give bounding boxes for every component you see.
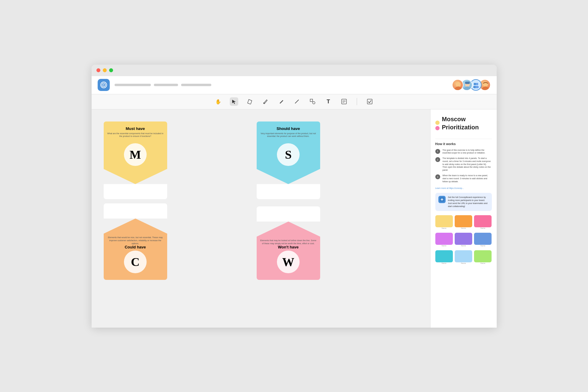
- main-content: Must have What are the essential compone…: [92, 109, 497, 328]
- could-have-arrow-inv: [104, 219, 167, 234]
- promo-icon: [438, 196, 446, 203]
- sticky-col-3: Name: [474, 215, 492, 230]
- sticky-green[interactable]: [474, 250, 492, 262]
- nav-item-3[interactable]: [181, 84, 211, 86]
- could-have-body: [104, 203, 167, 219]
- should-have-body: [257, 184, 320, 199]
- board-grid: Must have What are the essential compone…: [98, 118, 424, 283]
- steps-list: 1 The goal of this exercise is to help d…: [435, 149, 492, 183]
- line-tool[interactable]: [293, 97, 301, 106]
- svg-marker-14: [248, 99, 252, 104]
- sticky-label-9: Name: [474, 262, 492, 264]
- sticky-col-6: Name: [474, 233, 492, 248]
- sticky-label-1: Name: [435, 227, 453, 229]
- could-have-title: Could have: [125, 245, 146, 249]
- step-2: 2 The template is divided into 4 panels.…: [435, 157, 492, 172]
- header-right: [452, 79, 491, 91]
- wont-have-title: Won't have: [278, 245, 299, 249]
- wont-have-desc: Elements that may be looked at further d…: [257, 239, 320, 245]
- sticky-teal[interactable]: [435, 250, 453, 262]
- svg-point-4: [455, 86, 462, 91]
- sticky-col-5: Name: [455, 233, 472, 248]
- eraser-tool[interactable]: [245, 97, 254, 106]
- step-1-num: 1: [435, 149, 440, 154]
- sticky-note-tool[interactable]: [340, 97, 348, 106]
- marker-tool[interactable]: [277, 97, 285, 106]
- must-have-body: [104, 184, 167, 199]
- svg-line-16: [295, 100, 299, 103]
- sticky-label-4: Name: [435, 245, 453, 247]
- sticky-label-3: Name: [474, 227, 492, 229]
- sticky-purple[interactable]: [435, 233, 453, 245]
- step-2-num: 2: [435, 157, 440, 162]
- title-bar: [92, 65, 497, 76]
- wont-have-letter: W: [277, 251, 300, 273]
- sticky-row-1: Name Name Name: [435, 215, 492, 230]
- should-have-title: Should have: [277, 126, 300, 131]
- svg-point-15: [263, 102, 265, 104]
- sidebar: Moscow Prioritization How it works 1 The…: [430, 109, 497, 328]
- should-have-card[interactable]: Should have Very important elements for …: [257, 121, 320, 199]
- sticky-col-9: Name: [474, 250, 492, 265]
- dot-yellow: [435, 121, 440, 125]
- avatar-1: [452, 79, 463, 91]
- svg-point-9: [476, 83, 478, 85]
- could-have-letter: C: [124, 251, 147, 273]
- must-have-desc: What are the essential components that m…: [104, 132, 167, 141]
- shape-tool[interactable]: [308, 97, 317, 106]
- promo-box: Get the full Conceptboard experience by …: [435, 193, 492, 211]
- canvas-area[interactable]: Must have What are the essential compone…: [92, 109, 430, 328]
- must-have-arrow: [104, 169, 167, 184]
- sticky-label-2: Name: [455, 227, 472, 229]
- toolbar: ✋ T: [92, 94, 497, 109]
- sticky-col-7: Name: [435, 250, 453, 265]
- spacer-2: [180, 203, 248, 280]
- step-1-text: The goal of this exercise is to help def…: [443, 149, 492, 155]
- spacer-1: [180, 121, 248, 199]
- should-have-letter: S: [277, 143, 300, 166]
- text-tool[interactable]: T: [324, 97, 333, 106]
- toolbar-separator: [357, 98, 357, 105]
- svg-point-13: [482, 86, 489, 91]
- sticky-blue[interactable]: [474, 233, 492, 245]
- svg-point-2: [103, 84, 104, 86]
- close-button[interactable]: [96, 68, 100, 72]
- sidebar-title-1: Moscow: [442, 115, 479, 123]
- step-2-text: The template is divided into 4 panels. T…: [443, 157, 492, 172]
- sticky-violet[interactable]: [455, 233, 472, 245]
- nav-item-2[interactable]: [154, 84, 178, 86]
- minimize-button[interactable]: [103, 68, 107, 72]
- how-it-works-label: How it works: [435, 142, 492, 146]
- dot-pink: [435, 126, 440, 130]
- sticky-label-5: Name: [455, 245, 472, 247]
- header: [92, 76, 497, 94]
- nav-items: [115, 84, 211, 86]
- hand-tool[interactable]: ✋: [214, 97, 223, 106]
- sticky-pink[interactable]: [474, 215, 492, 227]
- nav-item-1[interactable]: [115, 84, 151, 86]
- sticky-col-2: Name: [455, 215, 472, 230]
- must-have-card[interactable]: Must have What are the essential compone…: [104, 121, 167, 199]
- must-have-title: Must have: [126, 126, 145, 131]
- sticky-lightblue[interactable]: [455, 250, 472, 262]
- sticky-yellow[interactable]: [435, 215, 453, 227]
- step-1: 1 The goal of this exercise is to help d…: [435, 149, 492, 155]
- learn-more-link[interactable]: Learn more at https://concep...: [435, 187, 492, 189]
- could-have-card[interactable]: C Could have Elements that would be nice…: [104, 203, 167, 280]
- sidebar-title-2: Prioritization: [442, 124, 479, 131]
- select-tool[interactable]: [230, 97, 238, 106]
- logo-icon[interactable]: [98, 79, 110, 91]
- pen-tool[interactable]: [261, 97, 270, 106]
- sticky-orange[interactable]: [455, 215, 472, 227]
- step-3-num: 3: [435, 174, 440, 179]
- step-3-text: When the team is ready to move to a new …: [443, 174, 492, 183]
- wont-have-card[interactable]: W Won't have Elements that may be looked…: [257, 203, 320, 280]
- sticky-row-2: Name Name Name: [435, 233, 492, 248]
- promo-text: Get the full Conceptboard experience by …: [448, 196, 489, 208]
- app-window: ✋ T: [92, 65, 497, 328]
- svg-point-18: [313, 102, 315, 104]
- maximize-button[interactable]: [109, 68, 113, 72]
- sticky-label-8: Name: [455, 262, 472, 264]
- check-tool[interactable]: [365, 97, 374, 106]
- must-have-letter: M: [124, 143, 147, 166]
